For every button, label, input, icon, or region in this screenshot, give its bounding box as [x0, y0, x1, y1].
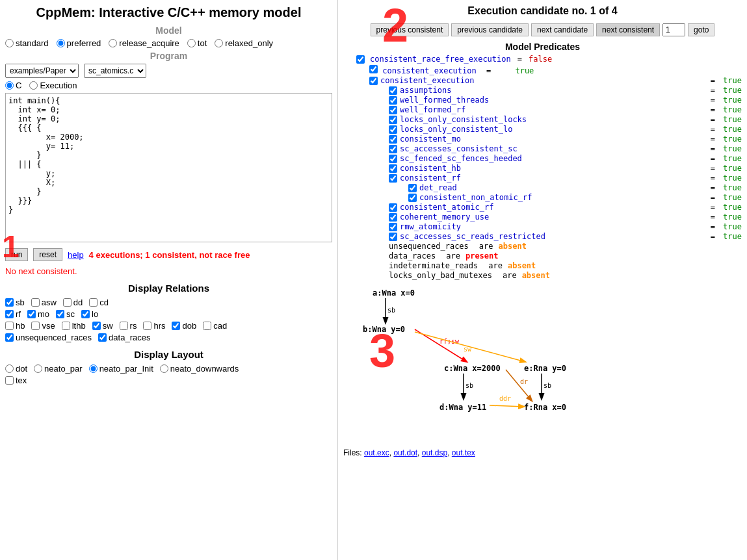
- exec-title: Execution candidate no. 1 of 4: [343, 5, 742, 17]
- reset-button[interactable]: reset: [33, 248, 62, 261]
- next-candidate-button[interactable]: next candidate: [531, 23, 594, 36]
- model-relaxed-only[interactable]: relaxed_only: [215, 38, 273, 48]
- pred-row-consistent_mo: consistent_mo= true: [389, 134, 742, 144]
- node-a: a:Wna x=0: [373, 288, 415, 298]
- model-release-acquire[interactable]: release_acquire: [109, 38, 179, 48]
- relations-row-2: rf mo sc lo: [5, 309, 332, 319]
- help-link[interactable]: help: [68, 250, 84, 260]
- file-out-tex[interactable]: out.tex: [452, 448, 475, 457]
- pred-list: consistent_execution= trueassumptions= t…: [343, 76, 742, 241]
- nav-bar: previous consistent previous candidate n…: [343, 23, 742, 36]
- files-row: Files: out.exc, out.dot, out.dsp, out.te…: [343, 448, 742, 457]
- races-list: unsequenced_racesareabsentdata_racesarep…: [343, 242, 742, 280]
- relations-row-3: hb vse lthb sw rs hrs dob cad: [5, 321, 332, 331]
- svg-text:sw: sw: [464, 346, 472, 353]
- svg-text:sb: sb: [387, 307, 395, 314]
- check-mo[interactable]: mo: [27, 309, 49, 319]
- relations-row-4: unsequenced_races data_races: [5, 333, 332, 342]
- check-sw[interactable]: sw: [92, 321, 113, 331]
- predicates-title: Model Predicates: [343, 42, 742, 52]
- pred-row-consistent_rf: consistent_rf= true: [389, 173, 742, 183]
- prev-candidate-button[interactable]: previous candidate: [451, 23, 529, 36]
- pred-row-consistent_hb: consistent_hb= true: [389, 164, 742, 173]
- check-lo[interactable]: lo: [81, 309, 98, 319]
- svg-text:sb: sb: [544, 382, 551, 389]
- result-text: 4 executions; 1 consistent, not race fre…: [89, 250, 250, 260]
- node-b: b:Wna y=0: [363, 325, 405, 334]
- check-cad[interactable]: cad: [203, 321, 227, 331]
- display-layout-title: Display Layout: [5, 349, 332, 360]
- check-dob[interactable]: dob: [172, 321, 196, 331]
- pred-row-det_read: det_read= true: [408, 183, 742, 192]
- svg-text:sb: sb: [465, 382, 473, 389]
- check-lthb[interactable]: lthb: [62, 321, 86, 331]
- pred-row-consistent_atomic_rf: consistent_atomic_rf= true: [389, 203, 742, 212]
- pred-row-top: consistent_race_free_execution = false: [356, 55, 742, 64]
- pred-row-well_formed_rf: well_formed_rf= true: [389, 105, 742, 114]
- select-row: examples/Paper sc_atomics.c: [5, 64, 332, 78]
- pred-row-well_formed_threads: well_formed_threads= true: [389, 95, 742, 105]
- check-cd[interactable]: cd: [89, 298, 109, 307]
- goto-input[interactable]: [662, 23, 685, 36]
- action-row: 1 run reset help 4 executions; 1 consist…: [5, 248, 332, 261]
- next-consistent-button[interactable]: next consistent: [596, 23, 660, 36]
- run-button[interactable]: run: [5, 248, 28, 261]
- check-dd[interactable]: dd: [63, 298, 83, 307]
- check-hb[interactable]: hb: [5, 321, 25, 331]
- no-consistent-text: No next consistent.: [5, 266, 332, 276]
- layout-neato-par[interactable]: neato_par: [34, 364, 83, 374]
- node-f: f:Rna x=0: [524, 403, 566, 412]
- pred-row-consistent-exec: consistent_execution = true: [369, 65, 742, 75]
- model-standard[interactable]: standard: [5, 38, 49, 48]
- pred-row-consistent_non_atomic_rf: consistent_non_atomic_rf= true: [408, 193, 742, 202]
- pred-row-rmw_atomicity: rmw_atomicity= true: [389, 222, 742, 231]
- check-unsequenced-races[interactable]: unsequenced_races: [5, 333, 92, 342]
- pred-row-locks_only_consistent_locks: locks_only_consistent_locks= true: [389, 115, 742, 124]
- model-label: Model: [5, 25, 332, 36]
- file-out-dsp[interactable]: out.dsp: [422, 448, 447, 457]
- view-c[interactable]: C: [5, 81, 21, 90]
- pred-row-sc_accesses_consistent_sc: sc_accesses_consistent_sc= true: [389, 144, 742, 153]
- model-preferred[interactable]: preferred: [57, 38, 101, 48]
- svg-text:ddr: ddr: [499, 395, 511, 402]
- check-asw[interactable]: asw: [31, 298, 57, 307]
- app-title: CppMem: Interactive C/C++ memory model: [5, 5, 332, 20]
- check-vse[interactable]: vse: [31, 321, 55, 331]
- goto-button[interactable]: goto: [688, 23, 714, 36]
- node-e: e:Rna y=0: [524, 364, 566, 373]
- execution-graph: a:Wna x=0 sb b:Wna y=0 rf;sw sw c:Wna x=…: [343, 285, 616, 441]
- file-out-exc[interactable]: out.exc: [364, 448, 389, 457]
- layout-neato-par-init[interactable]: neato_par_Init: [89, 364, 153, 374]
- check-sc[interactable]: sc: [56, 309, 75, 319]
- check-sb[interactable]: sb: [5, 298, 25, 307]
- layout-neato-downwards[interactable]: neato_downwards: [160, 364, 239, 374]
- node-d: d:Wna y=11: [439, 403, 486, 412]
- pred-row-consistent_execution: consistent_execution= true: [369, 76, 742, 85]
- check-hrs[interactable]: hrs: [143, 321, 165, 331]
- prev-consistent-button[interactable]: previous consistent: [371, 23, 449, 36]
- node-c: c:Wna x=2000: [444, 364, 501, 373]
- file-out-dot[interactable]: out.dot: [393, 448, 417, 457]
- svg-text:dr: dr: [520, 378, 528, 385]
- pred-row-sc_accesses_sc_reads_restricted: sc_accesses_sc_reads_restricted= true: [389, 232, 742, 241]
- pred-eq-top: =: [518, 55, 522, 64]
- layout-row-2: tex: [5, 375, 332, 385]
- pred-check-top[interactable]: [356, 55, 365, 64]
- code-editor[interactable]: int main(){ int x= 0; int y= 0; {{{ { x=…: [5, 93, 332, 242]
- check-rf[interactable]: rf: [5, 309, 21, 319]
- check-rs[interactable]: rs: [120, 321, 137, 331]
- program-label: Program: [5, 51, 332, 61]
- model-radio-group: standard preferred release_acquire tot r…: [5, 38, 332, 48]
- model-tot[interactable]: tot: [187, 38, 207, 48]
- layout-tex[interactable]: tex: [5, 375, 27, 385]
- check-data-races[interactable]: data_races: [98, 333, 150, 342]
- pred-row-locks_only_consistent_lo: locks_only_consistent_lo= true: [389, 125, 742, 134]
- relations-row-1: sb asw dd cd: [5, 298, 332, 307]
- files-select[interactable]: sc_atomics.c: [84, 64, 146, 78]
- view-execution[interactable]: Execution: [29, 81, 77, 90]
- layout-dot[interactable]: dot: [5, 364, 27, 374]
- pred-val-top: false: [529, 55, 552, 64]
- examples-select[interactable]: examples/Paper: [5, 64, 79, 78]
- race-row-locks_only_bad_mutexes: locks_only_bad_mutexesareabsent: [389, 271, 742, 280]
- display-layout-section: Display Layout dot neato_par neato_par_I…: [5, 349, 332, 385]
